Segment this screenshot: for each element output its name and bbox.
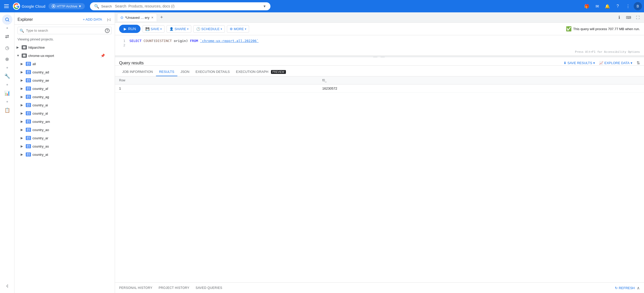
more-caret-icon: ▾ bbox=[245, 28, 246, 30]
tree-item-country-ag[interactable]: ▶ country_ag ⋮ bbox=[14, 93, 115, 101]
explorer-panel: Explorer + ADD DATA |◁ 🔍 ? Viewing pinne… bbox=[14, 12, 115, 293]
hamburger-menu[interactable] bbox=[2, 2, 11, 10]
tab-execution-graph[interactable]: EXECUTION GRAPH PREVIEW bbox=[233, 68, 289, 76]
chevron-right-icon-af: ▶ bbox=[21, 87, 26, 90]
explorer-search-input[interactable] bbox=[18, 27, 112, 34]
col-origin: origin) bbox=[174, 39, 190, 43]
more-button[interactable]: ⚙ MORE ▾ bbox=[227, 25, 249, 33]
analytics-icon[interactable]: 📊 bbox=[2, 88, 12, 98]
tree-item-country-al[interactable]: ▶ country_al ⋮ bbox=[14, 109, 115, 117]
nav-dot-3 bbox=[6, 84, 8, 85]
svg-rect-6 bbox=[23, 47, 26, 48]
tree-item-country-ao[interactable]: ▶ country_ao ⋮ bbox=[14, 126, 115, 134]
avatar[interactable]: B bbox=[634, 2, 642, 10]
chat-icon[interactable]: ✉ bbox=[592, 2, 602, 11]
transfer-icon[interactable]: ⇄ bbox=[2, 31, 12, 42]
explore-data-button[interactable]: 📈 EXPLORE DATA ▾ bbox=[599, 61, 632, 65]
tab-right-icons: ℹ ⌨ ⛶ bbox=[615, 13, 642, 22]
results-tabs: JOB INFORMATION RESULTS JSON EXECUTION D… bbox=[115, 68, 644, 76]
results-expand-icon[interactable]: ⇅ bbox=[637, 61, 640, 65]
query-tab-close-button[interactable]: × bbox=[151, 15, 154, 20]
tree-label-country-at: country_at bbox=[32, 153, 105, 157]
help-icon[interactable]: ? bbox=[613, 2, 622, 11]
more-options-icon[interactable]: ⋮ bbox=[623, 2, 633, 11]
fn-count: COUNT bbox=[144, 39, 154, 43]
tree-item-country-ai[interactable]: ▶ country_ai ⋮ bbox=[14, 101, 115, 109]
query-tab-bar: ⊙ *Unsaved … ery × + ℹ ⌨ ⛶ bbox=[115, 12, 644, 23]
tree-label-country-ad: country_ad bbox=[32, 70, 105, 74]
refresh-label: REFRESH bbox=[619, 286, 635, 290]
save-button[interactable]: 💾 SAVE ▾ bbox=[143, 25, 164, 33]
tree-item-country-af[interactable]: ▶ country_af ⋮ bbox=[14, 84, 115, 93]
tree-item-country-ad[interactable]: ▶ country_ad ⋮ bbox=[14, 68, 115, 76]
svg-point-3 bbox=[5, 18, 9, 21]
info-icon[interactable]: ℹ bbox=[615, 13, 623, 22]
search-input[interactable] bbox=[115, 4, 261, 8]
gc-logo-svg bbox=[14, 3, 19, 9]
table-icon-country-ao bbox=[26, 128, 31, 132]
explore-icon[interactable]: ⊗ bbox=[2, 54, 12, 64]
explorer-search-wrap: 🔍 ? bbox=[18, 27, 112, 34]
results-table-head: Row f0_ bbox=[115, 76, 644, 84]
tree-item-httparchive[interactable]: ▶ httparchive ⋮ bbox=[14, 43, 115, 51]
explorer-help-icon[interactable]: ? bbox=[105, 28, 110, 33]
tree-item-country-at[interactable]: ▶ country_at ⋮ bbox=[14, 150, 115, 159]
svg-rect-7 bbox=[23, 48, 26, 48]
chevron-right-icon-ae: ▶ bbox=[21, 79, 26, 82]
history-icon[interactable]: ◷ bbox=[2, 43, 12, 53]
tab-json[interactable]: JSON bbox=[177, 68, 193, 76]
save-results-button[interactable]: ⬇ SAVE RESULTS ▾ bbox=[564, 61, 595, 65]
tree-item-country-ar[interactable]: ▶ country_ar ⋮ bbox=[14, 134, 115, 142]
svg-rect-39 bbox=[27, 120, 30, 123]
query-tab-icon: ⊙ bbox=[120, 15, 123, 20]
query-tab-unsaved[interactable]: ⊙ *Unsaved … ery × bbox=[117, 13, 157, 21]
explore-data-caret: ▾ bbox=[631, 61, 632, 65]
search-nav-icon[interactable] bbox=[2, 14, 12, 25]
docs-icon[interactable]: 📋 bbox=[2, 105, 12, 115]
svg-rect-31 bbox=[27, 104, 30, 107]
code-editor[interactable]: 1 SELECT COUNT(DISTINCT origin) FROM `ch… bbox=[115, 35, 644, 56]
tab-personal-history[interactable]: PERSONAL HISTORY bbox=[119, 286, 152, 290]
global-search-bar[interactable]: 🔍 Search ▼ bbox=[90, 2, 270, 10]
new-tab-button[interactable]: + bbox=[158, 14, 165, 21]
tree-label-country-as: country_as bbox=[32, 144, 105, 148]
chevron-right-icon-ar: ▶ bbox=[21, 136, 26, 140]
tab-execution-details[interactable]: EXECUTION DETAILS bbox=[193, 68, 233, 76]
search-expand-icon[interactable]: ▼ bbox=[263, 4, 266, 8]
table-icon-country-af bbox=[26, 87, 31, 91]
tree-item-country-ae[interactable]: ▶ country_ae ⋮ bbox=[14, 76, 115, 84]
project-selector[interactable]: HTTP Archive ▼ bbox=[48, 3, 85, 9]
fullscreen-icon[interactable]: ⛶ bbox=[634, 13, 642, 22]
tree-item-country-as[interactable]: ▶ country_as ⋮ bbox=[14, 142, 115, 150]
run-button[interactable]: ▶ RUN bbox=[119, 25, 141, 33]
paren-open: ( bbox=[154, 39, 156, 43]
share-button[interactable]: 👤 SHARE ▾ bbox=[167, 25, 191, 33]
tab-job-information[interactable]: JOB INFORMATION bbox=[119, 68, 156, 76]
keyboard-icon[interactable]: ⌨ bbox=[624, 13, 633, 22]
schedule-button[interactable]: 🕐 SCHEDULE ▾ bbox=[193, 25, 225, 33]
tree-item-all[interactable]: ▶ all ⋮ bbox=[14, 60, 115, 68]
results-title: Query results bbox=[119, 61, 564, 65]
collapse-explorer-button[interactable]: |◁ bbox=[106, 16, 112, 22]
chevron-right-icon-ad: ▶ bbox=[21, 70, 26, 74]
bell-icon[interactable]: 🔔 bbox=[603, 2, 612, 11]
fn-distinct: DISTINCT bbox=[156, 39, 172, 43]
tree-item-country-am[interactable]: ▶ country_am ⋮ bbox=[14, 117, 115, 126]
tools-icon[interactable]: 🔧 bbox=[2, 71, 12, 81]
save-results-icon: ⬇ bbox=[564, 61, 566, 65]
more-gear-icon: ⚙ bbox=[230, 27, 233, 31]
tree-item-chrome-ux-report[interactable]: ▼ chrome-ux-report 📌 ⋮ bbox=[14, 51, 115, 60]
results-table-header-row: Row f0_ bbox=[115, 76, 644, 84]
add-data-button[interactable]: + ADD DATA bbox=[81, 16, 104, 22]
tree-label-country-ae: country_ae bbox=[32, 79, 105, 82]
chevron-right-icon: ▶ bbox=[16, 46, 22, 49]
collapse-bottom-icon[interactable]: ∧ bbox=[637, 286, 640, 290]
main-content: ⊙ *Unsaved … ery × + ℹ ⌨ ⛶ ▶ RUN 💾 SAVE … bbox=[115, 12, 644, 293]
tab-results[interactable]: RESULTS bbox=[156, 68, 177, 76]
tab-saved-queries[interactable]: SAVED QUERIES bbox=[196, 286, 222, 290]
tab-project-history[interactable]: PROJECT HISTORY bbox=[159, 286, 189, 290]
more-label: MORE bbox=[234, 27, 244, 31]
refresh-button[interactable]: ↻ REFRESH bbox=[615, 286, 635, 290]
collapse-sidebar-icon[interactable]: ›| bbox=[2, 281, 12, 291]
gift-icon[interactable]: 🎁 bbox=[582, 2, 591, 11]
